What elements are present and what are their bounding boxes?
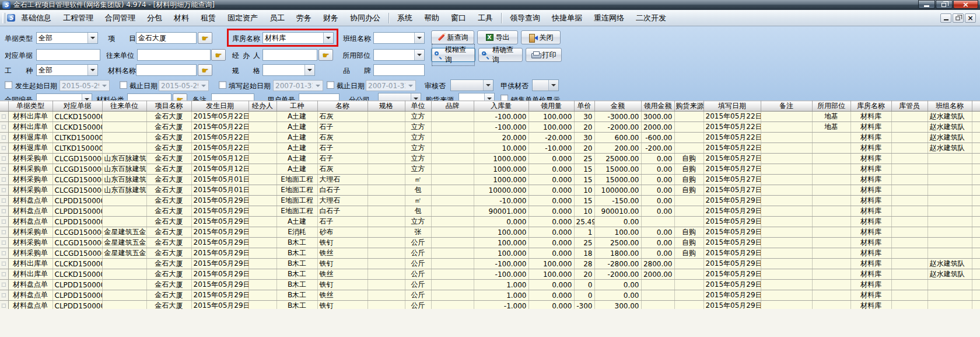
cell[interactable] bbox=[891, 185, 928, 196]
cell[interactable] bbox=[102, 206, 146, 217]
cell[interactable]: CLCKD150000002 bbox=[52, 259, 102, 269]
cell[interactable]: CLCKD150000001 bbox=[52, 122, 102, 133]
cell[interactable]: 材料库 bbox=[850, 133, 891, 143]
row-selector[interactable] bbox=[0, 122, 8, 133]
cell[interactable]: 10.000 bbox=[474, 143, 528, 154]
cell[interactable]: 包 bbox=[405, 206, 431, 217]
cell[interactable] bbox=[891, 122, 928, 133]
cell[interactable] bbox=[368, 238, 405, 248]
cell[interactable] bbox=[928, 185, 972, 196]
menu-item[interactable]: 工具 bbox=[472, 11, 499, 25]
cell[interactable]: 公斤 bbox=[405, 259, 431, 269]
cell[interactable]: 2015年05月29日 bbox=[191, 280, 249, 290]
menu-item[interactable]: 分包 bbox=[141, 11, 168, 25]
cell[interactable] bbox=[928, 280, 972, 290]
cell[interactable]: 25 bbox=[574, 238, 594, 248]
project-picker-button[interactable]: ☛ bbox=[198, 32, 212, 44]
column-header[interactable]: 往来单位 bbox=[102, 101, 146, 112]
column-header[interactable]: 领用量 bbox=[528, 101, 574, 112]
cell[interactable]: 15000.00 bbox=[594, 175, 641, 185]
cell[interactable] bbox=[891, 112, 928, 122]
cell[interactable]: 石子 bbox=[317, 122, 368, 133]
cell[interactable] bbox=[102, 133, 146, 143]
cell[interactable]: 金石大厦 bbox=[146, 259, 191, 269]
column-header[interactable]: 领用金额 bbox=[641, 101, 674, 112]
cell[interactable]: 0.00 bbox=[641, 185, 674, 196]
cell[interactable]: 张 bbox=[405, 227, 431, 238]
cell[interactable]: 材料库 bbox=[850, 196, 891, 206]
cell[interactable]: 自购 bbox=[674, 154, 704, 164]
chevron-down-icon[interactable] bbox=[88, 33, 97, 43]
cell[interactable]: 金石大厦 bbox=[146, 154, 191, 164]
cell[interactable]: 材料盘点单 bbox=[8, 196, 52, 206]
cell[interactable]: 1000.000 bbox=[474, 154, 528, 164]
cell[interactable]: -20.000 bbox=[528, 133, 574, 143]
cell[interactable]: 100000.00 bbox=[594, 185, 641, 196]
cell[interactable]: 自购 bbox=[674, 238, 704, 248]
cell[interactable]: 2015年05月22日 bbox=[191, 122, 249, 133]
cell[interactable] bbox=[249, 143, 276, 154]
cell[interactable]: 金石大厦 bbox=[146, 248, 191, 259]
cell[interactable]: 立方 bbox=[405, 164, 431, 175]
cell[interactable]: 0.000 bbox=[528, 196, 574, 206]
cell[interactable]: CLCKD150000001 bbox=[52, 112, 102, 122]
cell[interactable]: 材料库 bbox=[850, 290, 891, 301]
cell[interactable]: 材料出库单 bbox=[8, 112, 52, 122]
cell[interactable]: 2015年05月12日 bbox=[191, 164, 249, 175]
cell[interactable]: CLPDD150000002 bbox=[52, 280, 102, 290]
cell[interactable]: -100.000 bbox=[474, 259, 528, 269]
column-header[interactable]: 入库量 bbox=[474, 101, 528, 112]
fill-start-checkbox[interactable] bbox=[219, 81, 226, 89]
cell[interactable]: 0.00 bbox=[641, 164, 674, 175]
cell[interactable]: 2015年05月27日 bbox=[704, 185, 761, 196]
cell[interactable]: CLCGD150000004 bbox=[52, 164, 102, 175]
chevron-down-icon[interactable] bbox=[323, 33, 333, 43]
cell[interactable]: 地基 bbox=[812, 112, 850, 122]
cell[interactable]: 铁丝 bbox=[317, 269, 368, 280]
handler-input[interactable] bbox=[262, 49, 317, 61]
cell[interactable]: 立方 bbox=[405, 122, 431, 133]
menu-item[interactable]: 租赁 bbox=[195, 11, 222, 25]
cell[interactable] bbox=[761, 238, 812, 248]
cell[interactable]: 金石大厦 bbox=[146, 217, 191, 227]
cell[interactable]: 100.000 bbox=[528, 269, 574, 280]
cell[interactable] bbox=[972, 112, 980, 122]
cell[interactable] bbox=[249, 227, 276, 238]
cell[interactable] bbox=[972, 133, 980, 143]
cell[interactable]: 赵水建筑队 bbox=[928, 122, 972, 133]
cell[interactable]: 白石子 bbox=[317, 206, 368, 217]
cell[interactable] bbox=[972, 280, 980, 290]
cell[interactable] bbox=[368, 206, 405, 217]
partner-picker-button[interactable]: ☛ bbox=[211, 49, 226, 61]
cell[interactable] bbox=[431, 238, 474, 248]
cell[interactable]: 20 bbox=[574, 143, 594, 154]
cell[interactable] bbox=[368, 259, 405, 269]
column-header[interactable]: 经办人 bbox=[249, 101, 276, 112]
cell[interactable]: -600.00 bbox=[641, 133, 674, 143]
cell[interactable]: CLPDD150000001 bbox=[52, 217, 102, 227]
cell[interactable]: 金石大厦 bbox=[146, 185, 191, 196]
cell[interactable]: -100.000 bbox=[474, 122, 528, 133]
cell[interactable]: 材料库 bbox=[850, 175, 891, 185]
cell[interactable]: 100.000 bbox=[528, 259, 574, 269]
cell[interactable] bbox=[812, 269, 850, 280]
cell[interactable] bbox=[249, 248, 276, 259]
cell[interactable]: 0.00 bbox=[641, 206, 674, 217]
cell[interactable] bbox=[761, 269, 812, 280]
cell[interactable]: 100.000 bbox=[528, 122, 574, 133]
cell[interactable]: 200.00 bbox=[594, 143, 641, 154]
cell[interactable]: 材料盘点单 bbox=[8, 290, 52, 301]
row-selector[interactable] bbox=[0, 269, 8, 280]
cell[interactable] bbox=[431, 164, 474, 175]
cell[interactable]: 0.00 bbox=[641, 227, 674, 238]
cell[interactable]: 0.000 bbox=[528, 164, 574, 175]
cell[interactable] bbox=[891, 143, 928, 154]
cell[interactable]: E地面工程 bbox=[276, 175, 317, 185]
cell[interactable]: 自购 bbox=[674, 175, 704, 185]
cell[interactable]: 2015年05月29日 bbox=[704, 248, 761, 259]
cell[interactable] bbox=[972, 164, 980, 175]
cell[interactable]: 30 bbox=[574, 112, 594, 122]
cell[interactable]: 0.00 bbox=[594, 217, 641, 227]
cell[interactable]: 材料库 bbox=[850, 227, 891, 238]
cell[interactable] bbox=[812, 290, 850, 301]
